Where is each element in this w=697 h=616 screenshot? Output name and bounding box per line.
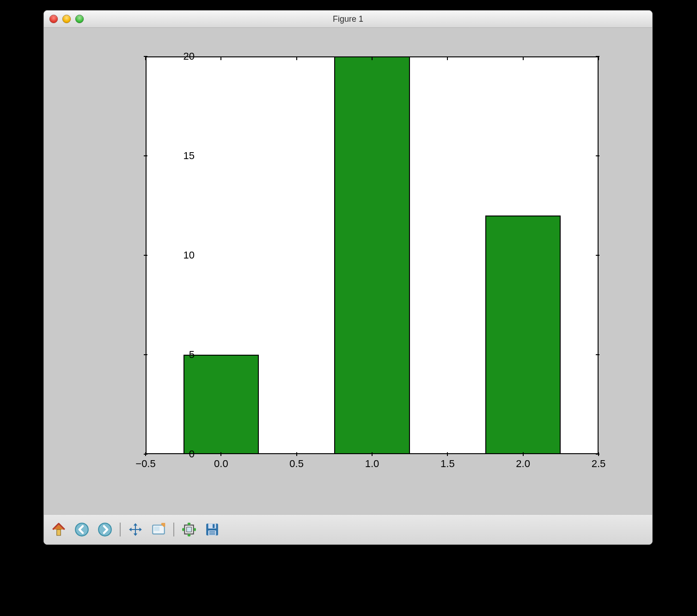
bar — [183, 355, 259, 454]
x-tick-mark — [372, 452, 373, 456]
svg-rect-0 — [57, 530, 61, 536]
x-tick-label: 1.0 — [365, 458, 379, 470]
y-tick-mark — [144, 155, 147, 156]
y-tick-label: 5 — [162, 349, 195, 361]
y-tick-label: 10 — [162, 249, 195, 261]
bar — [334, 56, 410, 454]
save-button[interactable] — [202, 519, 222, 540]
subplots-icon — [181, 522, 197, 537]
minimize-icon[interactable] — [62, 15, 71, 23]
traffic-lights — [49, 15, 84, 23]
y-tick-label: 15 — [162, 150, 195, 162]
svg-rect-4 — [154, 527, 159, 531]
nav-toolbar — [44, 514, 652, 544]
x-tick-mark — [372, 56, 373, 60]
x-tick-mark — [447, 452, 448, 456]
svg-rect-6 — [187, 527, 192, 532]
y-tick-mark — [596, 155, 599, 156]
x-tick-label: −0.5 — [135, 458, 155, 470]
close-icon[interactable] — [49, 15, 58, 23]
x-tick-label: 2.5 — [592, 458, 606, 470]
home-button[interactable] — [49, 519, 69, 540]
figure-window: Figure 1 05101520−0.50.00.51.01.52.02.5 — [43, 10, 653, 545]
svg-rect-10 — [208, 530, 216, 536]
svg-point-1 — [75, 523, 88, 536]
separator — [120, 523, 121, 536]
home-icon — [51, 522, 67, 537]
x-tick-mark — [523, 56, 524, 60]
zoom-window-icon[interactable] — [75, 15, 84, 23]
svg-rect-8 — [208, 524, 216, 529]
y-tick-mark — [144, 354, 147, 355]
svg-point-2 — [98, 523, 111, 536]
titlebar[interactable]: Figure 1 — [44, 11, 652, 28]
window-title: Figure 1 — [44, 14, 652, 24]
pan-button[interactable] — [125, 519, 146, 540]
forward-button[interactable] — [95, 519, 115, 540]
subplots-button[interactable] — [179, 519, 199, 540]
x-tick-mark — [598, 56, 599, 60]
y-tick-mark — [144, 255, 147, 256]
arrow-right-icon — [97, 522, 113, 537]
zoom-rect-icon — [151, 522, 166, 537]
x-tick-mark — [447, 56, 448, 60]
x-tick-label: 1.5 — [440, 458, 455, 470]
bar — [485, 216, 561, 454]
y-tick-label: 20 — [162, 50, 195, 62]
x-tick-mark — [296, 452, 297, 456]
arrow-left-icon — [74, 522, 90, 537]
svg-rect-9 — [213, 524, 214, 528]
plot-area: 05101520−0.50.00.51.01.52.02.5 — [95, 47, 607, 477]
zoom-button[interactable] — [148, 519, 169, 540]
separator — [173, 523, 174, 536]
back-button[interactable] — [72, 519, 92, 540]
x-tick-mark — [220, 452, 221, 456]
x-tick-mark — [220, 56, 221, 60]
x-tick-mark — [296, 56, 297, 60]
x-tick-label: 0.0 — [214, 458, 228, 470]
save-icon — [204, 522, 220, 537]
x-tick-label: 2.0 — [516, 458, 530, 470]
y-tick-mark — [596, 255, 599, 256]
y-tick-label: 0 — [162, 448, 195, 460]
x-tick-mark — [598, 452, 599, 456]
x-tick-mark — [145, 56, 146, 60]
figure-canvas[interactable]: 05101520−0.50.00.51.01.52.02.5 — [44, 28, 652, 514]
x-tick-mark — [145, 452, 146, 456]
y-tick-mark — [596, 354, 599, 355]
x-tick-mark — [523, 452, 524, 456]
x-tick-label: 0.5 — [289, 458, 304, 470]
move-icon — [128, 522, 143, 537]
